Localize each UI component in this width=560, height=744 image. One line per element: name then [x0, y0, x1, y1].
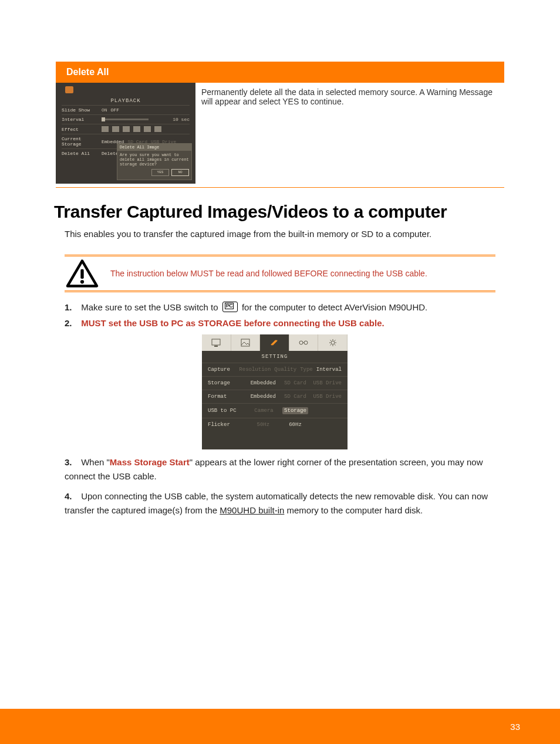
effect-icon-3: [123, 126, 130, 132]
effect-icon-5: [144, 126, 151, 132]
tab-pc-ab-icon: [202, 334, 231, 351]
page-number: 33: [510, 722, 520, 732]
svg-line-15: [335, 340, 336, 341]
tab-image-icon: [231, 334, 261, 351]
playback-row-interval: Interval 10 sec: [62, 114, 190, 124]
setting-menu-screenshot: SETTING Capture Resolution Quality Type …: [202, 334, 348, 449]
page-footer: 33: [0, 709, 560, 744]
svg-line-14: [335, 344, 336, 346]
dialog-title: Delete All Image: [117, 144, 191, 151]
playback-menu-screenshot: PLAYBACK Slide Show ON OFF Interval 10 s…: [56, 83, 195, 184]
setting-tabs: [202, 334, 348, 351]
rule-top: [65, 255, 495, 256]
dialog-no: NO: [171, 169, 189, 176]
effect-icon-6: [154, 126, 161, 132]
tab-tools-icon: [260, 334, 289, 351]
svg-rect-2: [212, 339, 220, 345]
setting-row-usb-to-pc: USB to PC Camera Storage: [202, 403, 348, 418]
svg-point-6: [304, 341, 308, 344]
effect-icon-2: [112, 126, 119, 132]
interval-slider: [102, 119, 149, 120]
dialog-body: Are you sure you want to delete all imag…: [120, 153, 189, 167]
section-banner-delete-all: Delete All: [56, 62, 504, 83]
warning-text: The instruction below MUST be read and f…: [110, 268, 427, 279]
svg-line-16: [330, 344, 331, 346]
effect-icon-4: [133, 126, 140, 132]
svg-line-13: [330, 340, 331, 341]
tab-link-icon: [289, 334, 319, 351]
svg-rect-4: [241, 339, 249, 346]
svg-point-8: [331, 341, 335, 344]
intro-text: This enables you to transfer the capture…: [65, 228, 495, 241]
delete-all-description: Permanently delete all the data in selec…: [195, 83, 504, 184]
setting-row-format: Format Embedded SD Card USB Drive: [202, 390, 348, 403]
setting-row-flicker: Flicker 50Hz 60Hz: [202, 418, 348, 431]
svg-point-1: [80, 280, 84, 283]
usb-to-pc-storage-selected: Storage: [282, 407, 308, 414]
svg-rect-0: [80, 269, 83, 279]
pc-switch-icon: [222, 302, 238, 312]
effect-icon-1: [102, 126, 109, 132]
playback-row-slideshow: Slide Show ON OFF: [62, 105, 190, 114]
step-4: 4. Upon connecting the USB cable, the sy…: [65, 489, 495, 518]
setting-row-capture: Capture Resolution Quality Type Interval: [202, 363, 348, 376]
svg-point-5: [299, 341, 303, 344]
delete-all-dialog: Delete All Image Are you sure you want t…: [117, 143, 192, 180]
playback-row-effect: Effect: [62, 124, 190, 134]
step-3: 3. When "Mass Storage Start" appears at …: [65, 455, 495, 483]
tab-gear-icon: [318, 334, 348, 351]
playback-top-icon: [65, 86, 73, 93]
step-1: 1. Make sure to set the USB switch to fo…: [65, 300, 495, 314]
warning-row: The instruction below MUST be read and f…: [65, 259, 495, 288]
playback-header: PLAYBACK: [56, 98, 195, 104]
setting-header: SETTING: [202, 351, 348, 363]
playback-row: PLAYBACK Slide Show ON OFF Interval 10 s…: [56, 83, 504, 188]
warning-icon: [65, 259, 100, 288]
dialog-yes: YES: [151, 169, 169, 176]
svg-rect-3: [214, 346, 218, 347]
heading-transfer: Transfer Captured Images/Videos to a com…: [54, 202, 506, 222]
setting-row-storage: Storage Embedded SD Card USB Drive: [202, 376, 348, 390]
section-banner-label: Delete All: [66, 67, 109, 77]
rule-bottom: [65, 290, 495, 292]
step-2: 2. MUST set the USB to PC as STORAGE bef…: [65, 316, 495, 330]
